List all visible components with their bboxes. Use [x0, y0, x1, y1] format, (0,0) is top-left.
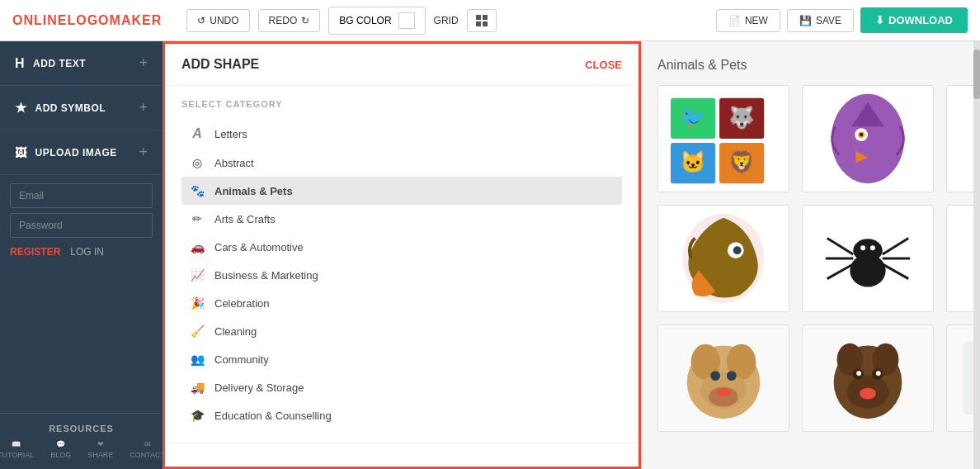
svg-line-21	[827, 238, 854, 254]
svg-point-27	[860, 245, 865, 250]
email-input[interactable]	[10, 183, 153, 208]
tutorial-icon: 📖	[12, 440, 21, 448]
category-label-abstract: Abstract	[214, 157, 254, 169]
category-label-letters: Letters	[214, 128, 247, 140]
celebration-icon: 🎉	[190, 296, 205, 310]
logo-part1: ONLINE	[12, 13, 67, 27]
contact-label: CONTACT	[130, 451, 165, 459]
auth-form	[0, 175, 163, 246]
add-text-label: ADD TEXT	[33, 58, 86, 69]
category-label-cars: Cars & Automotive	[214, 241, 304, 253]
content-area: Animals & Pets 🐦 🐺 🐱 🦁	[641, 41, 980, 469]
category-item-arts[interactable]: ✏ Arts & Crafts	[181, 205, 622, 233]
logo-thumb-2[interactable]	[802, 85, 934, 192]
svg-point-20	[850, 254, 885, 287]
logo-thumb-1[interactable]: 🐦 🐺 🐱 🦁	[657, 85, 789, 192]
svg-text:🦁: 🦁	[728, 149, 755, 175]
sidebar-item-add-symbol[interactable]: ★ ADD SYMBOL +	[0, 86, 163, 130]
new-icon: 📄	[728, 15, 741, 26]
scrollbar-thumb[interactable]	[973, 50, 980, 99]
category-item-education[interactable]: 🎓 Education & Counselling	[181, 401, 622, 429]
close-button[interactable]: CLOSE	[585, 59, 622, 71]
bg-color-label: BG COLOR	[339, 15, 391, 26]
category-label-animals: Animals & Pets	[214, 185, 293, 197]
save-icon: 💾	[799, 15, 812, 26]
left-sidebar: H ADD TEXT + ★ ADD SYMBOL + 🖼 UPLOAD IMA…	[0, 41, 163, 469]
tutorial-link[interactable]: 📖 TUTORIAL	[0, 440, 34, 459]
sidebar-item-upload-image[interactable]: 🖼 UPLOAD IMAGE +	[0, 130, 163, 175]
abstract-icon: ◎	[190, 156, 205, 169]
logo-thumb-5[interactable]	[802, 205, 934, 312]
category-item-delivery[interactable]: 🚚 Delivery & Storage	[181, 373, 622, 401]
download-label: DOWNLOAD	[888, 14, 953, 26]
svg-point-40	[717, 388, 730, 396]
select-category-label: SELECT CATEGORY	[181, 99, 622, 109]
category-label-education: Education & Counselling	[214, 410, 332, 422]
cleaning-icon: 🧹	[190, 325, 205, 338]
blog-link[interactable]: 💬 BLOG	[50, 440, 71, 459]
blog-label: BLOG	[50, 451, 71, 459]
logo-thumb-8[interactable]	[802, 325, 934, 432]
logo-svg-4	[658, 206, 789, 311]
resources-title: RESOURCES	[0, 424, 163, 433]
category-list: A Letters ◎ Abstract 🐾 Animals & Pets ✏ …	[181, 119, 622, 429]
arts-icon: ✏	[190, 212, 205, 225]
add-text-plus-icon: +	[139, 54, 148, 72]
grid-button[interactable]	[467, 9, 497, 32]
logo-thumb-7[interactable]	[657, 325, 789, 432]
save-button[interactable]: 💾 SAVE	[787, 9, 854, 32]
logo-part2: LOGO	[67, 13, 109, 27]
undo-icon: ↺	[197, 15, 205, 26]
category-label-business: Business & Marketing	[214, 269, 318, 282]
contact-link[interactable]: ✉ CONTACT	[130, 440, 165, 459]
toolbar-right: 📄 NEW 💾 SAVE ⬇ DOWNLOAD	[716, 7, 968, 33]
category-label-community: Community	[214, 353, 269, 366]
tutorial-label: TUTORIAL	[0, 451, 34, 459]
category-item-business[interactable]: 📈 Business & Marketing	[181, 261, 622, 289]
scrollbar-track[interactable]	[973, 41, 980, 469]
panel-header: ADD SHAPE CLOSE	[165, 44, 638, 86]
category-item-celebration[interactable]: 🎉 Celebration	[181, 289, 622, 317]
letters-icon: A	[190, 126, 205, 141]
svg-point-48	[876, 371, 881, 376]
sidebar-item-add-text[interactable]: H ADD TEXT +	[0, 41, 163, 86]
logo-svg-8	[803, 325, 933, 431]
register-link[interactable]: REGISTER	[10, 246, 60, 258]
animals-icon: 🐾	[190, 184, 205, 197]
symbol-icon: ★	[15, 100, 27, 116]
category-label-delivery: Delivery & Storage	[214, 381, 304, 394]
text-icon: H	[15, 56, 25, 71]
category-item-cleaning[interactable]: 🧹 Cleaning	[181, 317, 622, 345]
password-input[interactable]	[10, 213, 153, 238]
category-item-cars[interactable]: 🚗 Cars & Automotive	[181, 233, 622, 261]
category-item-abstract[interactable]: ◎ Abstract	[181, 149, 622, 177]
redo-label: REDO	[269, 15, 298, 26]
share-label: SHARE	[87, 451, 113, 459]
category-item-community[interactable]: 👥 Community	[181, 345, 622, 373]
bg-color-control[interactable]: BG COLOR	[328, 7, 425, 35]
login-link[interactable]: LOG IN	[70, 246, 104, 258]
category-item-animals[interactable]: 🐾 Animals & Pets	[181, 177, 622, 205]
download-button[interactable]: ⬇ DOWNLOAD	[860, 7, 968, 33]
undo-button[interactable]: ↺ UNDO	[186, 9, 249, 32]
svg-point-39	[727, 371, 737, 381]
svg-point-18	[733, 246, 742, 254]
category-item-letters[interactable]: A Letters	[181, 119, 622, 149]
resources-icons: 📖 TUTORIAL 💬 BLOG ❤ SHARE ✉ CONTACT	[0, 440, 163, 459]
undo-label: UNDO	[210, 15, 238, 26]
grid-icon	[476, 15, 488, 26]
logo-svg-1: 🐦 🐺 🐱 🦁	[658, 86, 789, 192]
logo-thumb-4[interactable]	[657, 205, 789, 312]
svg-line-26	[883, 264, 909, 279]
business-icon: 📈	[190, 268, 205, 282]
redo-button[interactable]: REDO ↻	[258, 9, 321, 32]
logo-svg-5	[803, 206, 933, 311]
new-button[interactable]: 📄 NEW	[716, 9, 780, 32]
share-link[interactable]: ❤ SHARE	[87, 440, 113, 459]
category-label-arts: Arts & Crafts	[214, 213, 276, 225]
logo: ONLINELOGOMAKER	[12, 13, 162, 28]
grid-label: GRID	[434, 15, 459, 26]
center-panel: ADD SHAPE CLOSE SELECT CATEGORY A Letter…	[163, 41, 641, 469]
community-icon: 👥	[190, 353, 205, 366]
toolbar: ONLINELOGOMAKER ↺ UNDO REDO ↻ BG COLOR G…	[0, 0, 980, 41]
